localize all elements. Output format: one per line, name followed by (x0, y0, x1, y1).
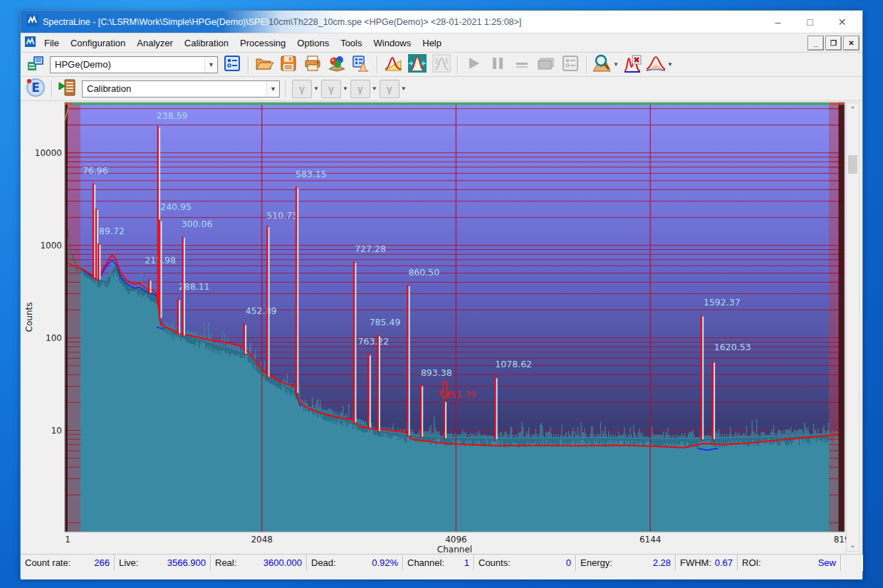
spectrum-info-button[interactable] (350, 54, 372, 75)
mdi-close-button[interactable]: ✕ (843, 36, 860, 51)
menu-options[interactable]: Options (291, 35, 335, 51)
peak-smooth-icon (646, 55, 666, 75)
menu-analyzer[interactable]: Analyzer (131, 35, 179, 51)
toolbar-main: HPGe(Demo)▼ (21, 53, 862, 77)
clear-spectrum-button (535, 54, 558, 75)
nuclide-library-button[interactable] (325, 54, 348, 75)
menu-processing[interactable]: Processing (234, 35, 291, 51)
run-task-button[interactable] (56, 78, 79, 100)
toolbar-separator (457, 56, 458, 73)
peak-fit-disabled-button (430, 54, 453, 75)
acquire-settings-button (559, 54, 582, 75)
remove-spectrum-button[interactable] (621, 54, 644, 75)
peak-search-button[interactable] (406, 54, 429, 75)
scroll-down-icon[interactable]: ⌄ (847, 539, 859, 551)
peak-energy-label: 215.98 (145, 255, 176, 266)
print-button[interactable] (301, 54, 324, 75)
x-axis-tick-label: 2048 (251, 535, 273, 545)
menu-tools[interactable]: Tools (335, 35, 367, 51)
menu-windows[interactable]: Windows (368, 35, 417, 51)
toolbar-separator (51, 80, 52, 98)
x-axis-tick-label: 6144 (639, 535, 662, 545)
chevron-down-icon: ▼ (204, 57, 217, 73)
spectrum-list-icon (352, 55, 370, 75)
menu-calibration[interactable]: Calibration (179, 35, 234, 51)
status-dead-time: Dead:0.92% (307, 555, 403, 571)
peak-energy-label: 893.38 (421, 367, 452, 378)
peak-energy-label: 76.96 (83, 165, 108, 176)
peak-energy-label: 240.95 (160, 201, 192, 212)
peak-energy-label: 300.06 (182, 219, 213, 229)
peak-energy-label: 1620.53 (714, 342, 751, 352)
minimize-button[interactable]: – (762, 11, 794, 33)
scroll-up-icon[interactable]: ⌃ (847, 103, 859, 115)
menu-file[interactable]: File (38, 35, 65, 51)
menu-bar: File Configuration Analyzer Calibration … (21, 33, 862, 53)
smoothing-button[interactable]: ▼ (645, 54, 674, 75)
status-fwhm: FWHM:0.67 (676, 555, 738, 571)
detector-select[interactable]: HPGe(Demo)▼ (50, 56, 218, 73)
x-axis-tick-label: 4096 (445, 535, 467, 545)
status-roi: ROI:Sew (738, 555, 841, 571)
detector-config-button[interactable] (24, 54, 47, 75)
toolbar-separator (248, 56, 249, 73)
energy-e-icon: E (26, 78, 46, 100)
gamma-tool-1-button: γ (292, 80, 312, 98)
spectrum-delete-icon (623, 54, 642, 75)
spectrum-chart[interactable]: 76.9689.72215.98238.59240.95288.11300.06… (21, 101, 864, 555)
acquire-stop-button (511, 54, 533, 75)
pause-icon (491, 56, 505, 73)
mdi-restore-button[interactable]: ❐ (825, 36, 842, 51)
acquire-pause-button (486, 54, 509, 75)
detector-properties-button[interactable] (221, 54, 244, 75)
peak-energy-label: 238.59 (157, 110, 188, 121)
status-count-rate: Count rate:266 (21, 555, 115, 571)
toolbar-separator (586, 56, 587, 73)
menu-configuration[interactable]: Configuration (65, 35, 131, 51)
save-button[interactable] (277, 54, 300, 75)
spectrum-chart-panel[interactable]: 76.9689.72215.98238.59240.95288.11300.06… (21, 101, 862, 555)
energy-calibration-button[interactable]: E (24, 78, 47, 100)
open-folder-icon (255, 56, 273, 74)
task-select[interactable]: Calibration▼ (82, 80, 280, 98)
chart-vertical-scrollbar[interactable]: ⌃ ⌄ (846, 103, 860, 552)
status-bar: Count rate:266 Live:3566.900 Real:3600.0… (21, 555, 862, 571)
screen-icon (537, 56, 555, 73)
peak-energy-label: 89.72 (99, 226, 125, 236)
peak-energy-label: 727.28 (355, 243, 386, 254)
gamma-icon: γ (387, 83, 392, 95)
stop-bars-icon (514, 56, 530, 73)
mdi-minimize-button[interactable]: _ (808, 36, 824, 51)
window-bottom-edge (21, 571, 862, 579)
zoom-button[interactable]: ▼ (591, 54, 620, 75)
chevron-down-icon[interactable]: ▼ (613, 61, 619, 68)
app-window: SpectraLine - [C:\LSRM\Work\Simple\HPGe(… (20, 10, 863, 578)
title-bar[interactable]: SpectraLine - [C:\LSRM\Work\Simple\HPGe(… (21, 11, 862, 33)
peak-energy-label: 510.73 (266, 210, 298, 221)
calibration-button[interactable] (382, 54, 404, 75)
peak-energy-label: 951.79 (445, 389, 476, 400)
peak-energy-label: 583.15 (296, 169, 327, 179)
status-live-time: Live:3566.900 (115, 555, 211, 571)
chevron-down-icon: ▼ (266, 81, 279, 97)
open-file-button[interactable] (253, 54, 276, 75)
y-axis-tick-label: 1000 (40, 241, 62, 251)
scrollbar-thumb[interactable] (848, 155, 857, 174)
printer-icon (304, 56, 321, 74)
peak-gray-icon (432, 54, 451, 75)
peak-energy-label: 452.89 (246, 305, 277, 316)
y-axis-tick-label: 100 (46, 333, 62, 343)
mdi-child-icon[interactable] (25, 36, 36, 49)
close-button[interactable]: ✕ (826, 11, 858, 33)
peak-fit-arrows-icon (408, 54, 427, 75)
chevron-down-icon: ▼ (313, 85, 319, 92)
desktop: SpectraLine - [C:\LSRM\Work\Simple\HPGe(… (0, 0, 883, 588)
menu-help[interactable]: Help (417, 35, 447, 51)
peak-energy-label: 860.50 (408, 267, 439, 278)
gamma-icon: γ (357, 83, 363, 95)
maximize-button[interactable]: □ (794, 11, 826, 33)
chevron-down-icon[interactable]: ▼ (667, 61, 673, 68)
toolbar-calibration: E Calibration▼ γ ▼ γ ▼ γ ▼ γ ▼ (21, 77, 862, 101)
status-channel: Channel:1 (403, 555, 474, 571)
properties-list-icon (224, 55, 241, 75)
